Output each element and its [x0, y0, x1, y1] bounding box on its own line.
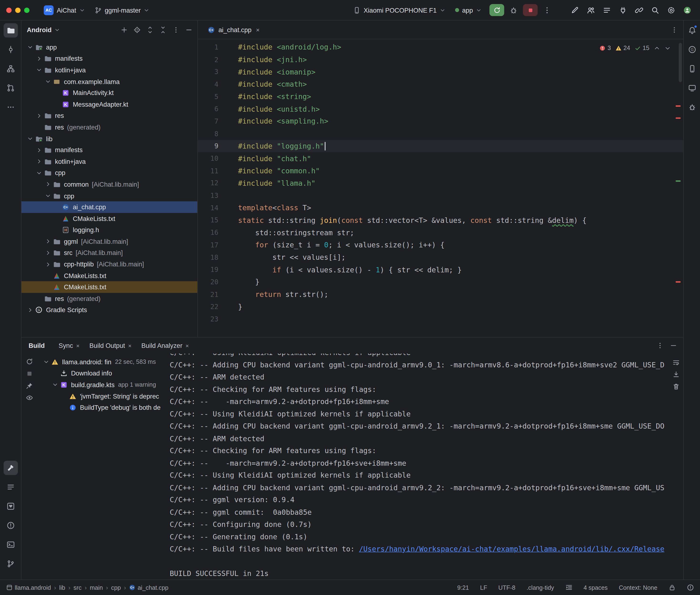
close-tab-icon[interactable]: ×	[76, 342, 80, 349]
line-number[interactable]: 21	[198, 290, 218, 299]
chevron-right-icon[interactable]	[35, 159, 43, 164]
code-line-9[interactable]: 9#include "logging.h"	[198, 140, 683, 152]
build-tab-build-analyzer[interactable]: Build Analyzer×	[137, 338, 194, 354]
rerun-build-icon[interactable]	[26, 358, 33, 365]
chevron-right-icon[interactable]	[35, 113, 43, 119]
line-number[interactable]: 10	[198, 154, 218, 163]
prev-issue-icon[interactable]	[654, 45, 660, 51]
build-tool-icon[interactable]	[3, 461, 18, 475]
project-item-kotlin-java[interactable]: kotlin+java	[22, 64, 197, 76]
project-item-kotlin-java[interactable]: kotlin+java	[22, 156, 197, 167]
build-item-build-gradle-kts[interactable]: Kbuild.gradle.ktsapp 1 warning	[38, 379, 169, 391]
project-item-common[interactable]: common[AiChat.lib.main]	[22, 178, 197, 190]
code-line-3[interactable]: 3#include <iomanip>	[198, 66, 683, 78]
project-item-src[interactable]: src[AiChat.lib.main]	[22, 247, 197, 259]
locate-file-icon[interactable]	[132, 25, 142, 35]
warning-count[interactable]: 24	[615, 45, 630, 51]
terminal-tool-icon[interactable]	[3, 538, 18, 552]
line-number[interactable]: 1	[198, 43, 218, 51]
panel-options-icon[interactable]	[171, 25, 181, 35]
line-number[interactable]: 16	[198, 229, 218, 237]
commit-tool-icon[interactable]	[3, 42, 18, 57]
clang-tidy-widget[interactable]: .clang-tidy	[527, 584, 554, 591]
chevron-down-icon[interactable]	[35, 67, 43, 73]
build-tab-build-output[interactable]: Build Output×	[85, 338, 137, 354]
close-tab-icon[interactable]: ×	[256, 26, 260, 33]
settings-icon[interactable]	[665, 4, 678, 17]
build-output-link[interactable]: /Users/hanyin/Workspace/ai-chat/examples…	[359, 545, 664, 553]
project-item-cmakelists-txt[interactable]: CMakeLists.txt	[22, 213, 197, 224]
project-item-ai-chat-cpp[interactable]: C+ai_chat.cpp	[22, 201, 197, 213]
chevron-down-icon[interactable]	[35, 170, 43, 176]
run-config-selector[interactable]: app	[451, 4, 485, 16]
notifications-status-icon[interactable]	[687, 584, 694, 591]
gradle-icon[interactable]: G	[685, 42, 699, 57]
code-line-8[interactable]: 8	[198, 128, 683, 140]
more-tool-windows-icon[interactable]	[3, 100, 18, 114]
problems-tool-icon[interactable]	[3, 518, 18, 533]
project-item-mainactivity-kt[interactable]: KMainActivity.kt	[22, 87, 197, 98]
inspections-widget[interactable]: 3 24 15	[596, 43, 674, 53]
app-insights-tool-icon[interactable]	[3, 499, 18, 513]
project-item-res[interactable]: res(generated)	[22, 121, 197, 133]
branch-selector[interactable]: ggml-master	[91, 4, 153, 16]
code-line-16[interactable]: 16 std::ostringstream str;	[198, 226, 683, 239]
project-item-cmakelists-txt[interactable]: CMakeLists.txt	[22, 270, 197, 281]
editor-scrollbar[interactable]	[679, 43, 682, 82]
file-encoding[interactable]: UTF-8	[498, 584, 515, 591]
line-number[interactable]: 4	[198, 80, 218, 88]
breadcrumb-src[interactable]: src	[74, 584, 82, 591]
scroll-to-end-icon[interactable]	[673, 371, 680, 378]
indent-style-icon[interactable]	[565, 584, 572, 591]
project-item-res[interactable]: res(generated)	[22, 293, 197, 304]
minimize-window-button[interactable]	[15, 7, 21, 13]
close-tab-icon[interactable]: ×	[128, 342, 132, 349]
code-with-me-icon[interactable]	[584, 4, 597, 17]
pin-tab-icon[interactable]	[26, 382, 33, 389]
chevron-right-icon[interactable]	[26, 307, 34, 313]
chevron-down-icon[interactable]	[51, 382, 60, 388]
close-tab-icon[interactable]: ×	[186, 342, 189, 349]
build-item-jvmtarget-string-is-deprec[interactable]: 'jvmTarget: String' is deprec	[38, 391, 169, 402]
line-number[interactable]: 9	[198, 142, 218, 150]
device-manager-icon[interactable]	[685, 62, 699, 76]
code-line-5[interactable]: 5#include <string>	[198, 90, 683, 103]
error-stripe-mark[interactable]	[676, 117, 681, 119]
project-item-cpp[interactable]: cpp	[22, 190, 197, 201]
editor-options-kebab[interactable]	[671, 26, 678, 33]
code-line-4[interactable]: 4#include <cmath>	[198, 78, 683, 90]
editor-tab-ai-chat-cpp[interactable]: C+ ai_chat.cpp ×	[202, 21, 265, 39]
device-selector[interactable]: Xiaomi POCOPHONE F1	[350, 4, 449, 16]
line-number[interactable]: 7	[198, 117, 218, 125]
line-number[interactable]: 17	[198, 241, 218, 249]
project-selector[interactable]: AC AiChat	[40, 3, 88, 17]
project-item-manifests[interactable]: manifests	[22, 144, 197, 156]
structure-tool-icon[interactable]	[3, 62, 18, 76]
search-everywhere-icon[interactable]	[648, 4, 662, 17]
add-icon[interactable]	[119, 25, 129, 35]
breadcrumb-lib[interactable]: lib	[59, 584, 65, 591]
code-line-6[interactable]: 6#include <unistd.h>	[198, 103, 683, 115]
app-quality-insights-icon[interactable]	[685, 100, 699, 114]
ai-actions-icon[interactable]	[568, 4, 581, 17]
chevron-right-icon[interactable]	[35, 56, 43, 61]
line-number[interactable]: 8	[198, 130, 218, 138]
chevron-down-icon[interactable]	[44, 79, 52, 84]
chevron-right-icon[interactable]	[44, 250, 52, 256]
code-line-21[interactable]: 21 return str.str();	[198, 288, 683, 301]
running-devices-icon[interactable]	[685, 81, 699, 95]
chevron-right-icon[interactable]	[44, 181, 52, 187]
line-number[interactable]: 6	[198, 105, 218, 113]
project-item-manifests[interactable]: manifests	[22, 53, 197, 64]
error-stripe-mark[interactable]	[676, 106, 681, 107]
caret-position[interactable]: 9:21	[457, 584, 469, 591]
code-line-23[interactable]: 23	[198, 313, 683, 325]
device-mirroring-icon[interactable]	[632, 4, 646, 17]
close-window-button[interactable]	[6, 7, 12, 13]
project-item-gradle-scripts[interactable]: GGradle Scripts	[22, 304, 197, 316]
code-line-14[interactable]: 14template<class T>	[198, 202, 683, 214]
line-number[interactable]: 2	[198, 55, 218, 63]
line-number[interactable]: 20	[198, 278, 218, 286]
chevron-down-icon[interactable]	[42, 359, 51, 365]
line-number[interactable]: 19	[198, 266, 218, 274]
